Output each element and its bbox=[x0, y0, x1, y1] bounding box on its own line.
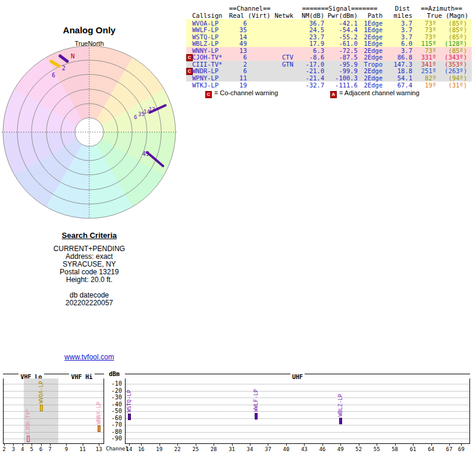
col-header-miles: miles bbox=[385, 12, 415, 20]
channel-tick bbox=[214, 444, 214, 446]
col-header-netwk: Netwk bbox=[270, 12, 295, 20]
table-row: C WNDR-LP 6 -21.0 -99.9 2Edge 18.8 251º … bbox=[186, 67, 472, 74]
gridline bbox=[126, 411, 469, 412]
table-row: WNNY-LP 13 6.3 -72.5 2Edge 3.7 73º (85º) bbox=[186, 47, 472, 54]
col-header-callsign: Callsign bbox=[192, 12, 229, 20]
channel-real: 6 bbox=[229, 54, 248, 61]
channel-tick-label: 37 bbox=[263, 446, 273, 452]
network: GTN bbox=[270, 61, 295, 68]
channel-tick bbox=[13, 444, 14, 446]
channel-tick bbox=[129, 444, 130, 446]
dbm-tick-label: -90 bbox=[104, 435, 122, 442]
station-callsign-label: CJOH-TV* bbox=[25, 409, 31, 434]
group-header-channel: ==Channel== bbox=[229, 5, 270, 12]
gridline bbox=[126, 425, 469, 425]
channel-tick-label: 5 bbox=[27, 446, 36, 452]
dbm-tick-label: -10 bbox=[104, 380, 122, 387]
legend-adjacent-channel: A= Adjacent channel warning bbox=[330, 89, 419, 98]
channel-tick-label: 31 bbox=[227, 446, 237, 452]
gridline bbox=[4, 384, 104, 384]
signal-spectrum-chart: VHF Lo VHF Hi dBm UHF Channel -10-20-30-… bbox=[0, 370, 476, 457]
channel-tick bbox=[83, 444, 83, 446]
warning-legend: C= Co-channel warning A= Adjacent channe… bbox=[186, 89, 472, 98]
channel-tick-label: 61 bbox=[408, 446, 418, 452]
signal-path: 2Edge bbox=[359, 82, 385, 89]
cluster-label-ch6: 6 bbox=[134, 114, 137, 120]
channel-tick-label: 3 bbox=[8, 446, 18, 452]
station-callsign-label: WVOA-LP bbox=[38, 381, 44, 403]
channel-tick-label: 55 bbox=[372, 446, 381, 452]
spectrum-marker-layer: -10-20-30-40-50-60-70-80-902345679111314… bbox=[0, 370, 476, 457]
group-header-azimuth: ==Azimuth== bbox=[415, 5, 468, 12]
search-criteria: Search Criteria CURRENT+PENDING Address:… bbox=[0, 231, 178, 307]
distance-miles: 67.4 bbox=[385, 82, 415, 89]
channel-tick-label: 9 bbox=[61, 446, 71, 452]
channel-tick bbox=[461, 444, 462, 446]
group-header-dist: Dist bbox=[385, 5, 415, 12]
channel-tick bbox=[159, 444, 160, 446]
channel-tick bbox=[431, 444, 432, 446]
channel-real: 6 bbox=[229, 68, 248, 75]
gridline bbox=[126, 384, 469, 384]
signal-path: 2Edge bbox=[359, 68, 385, 75]
criteria-line: 202202220057 bbox=[0, 299, 178, 307]
adjacent-channel-badge: A bbox=[330, 91, 337, 98]
search-criteria-heading: Search Criteria bbox=[0, 231, 178, 240]
channel-tick-label: 34 bbox=[245, 446, 255, 452]
azimuth-polar-plot: N 2 6 6 35 14 13 49 bbox=[0, 0, 178, 230]
table-row: CIII-TV* 2 GTN -17.0 -95.9 Tropo 147.3 3… bbox=[186, 61, 472, 68]
channel-tick-label: 69 bbox=[456, 446, 466, 452]
station-bar-CJOH-TV bbox=[27, 436, 30, 442]
co-channel-badge: C bbox=[205, 91, 212, 98]
tvfool-link[interactable]: www.tvfool.com bbox=[64, 353, 114, 361]
dbm-tick-label: -60 bbox=[104, 415, 122, 421]
azimuth-true: 331º bbox=[415, 54, 437, 61]
table-row: WTKJ-LP 19 -32.7 -111.6 2Edge 67.4 19º (… bbox=[186, 82, 472, 89]
col-header-true-magn: True (Magn) bbox=[415, 12, 468, 20]
station-vector-southeast bbox=[147, 152, 163, 166]
azimuth-true: 251º bbox=[415, 68, 437, 75]
station-callsign-label: WNNY-LP bbox=[96, 402, 102, 424]
col-header-path: Path bbox=[359, 12, 385, 20]
table-row: WWLF-LP 35 24.5 -54.4 1Edge 3.7 73º (85º… bbox=[186, 26, 472, 33]
col-header-real-virt: Real (Virt) bbox=[229, 12, 270, 20]
channel-tick bbox=[304, 444, 305, 446]
channel-tick bbox=[286, 444, 287, 446]
signal-path: 2Edge bbox=[359, 54, 385, 61]
channel-tick-label: 2 bbox=[0, 446, 9, 452]
gridline bbox=[4, 391, 104, 392]
station-bar-WWLF-LP bbox=[255, 413, 258, 420]
legend-co-channel-text: = Co-channel warning bbox=[214, 89, 278, 96]
distance-miles: 86.8 bbox=[385, 54, 415, 61]
table-group-header-row: ==Channel== =======Signal======= Dist ==… bbox=[186, 5, 472, 12]
distance-miles: 18.8 bbox=[385, 68, 415, 75]
group-header-signal: =======Signal======= bbox=[295, 5, 385, 12]
channel-tick-label: 40 bbox=[281, 446, 291, 452]
channel-tick bbox=[41, 444, 42, 446]
channel-tick bbox=[268, 444, 268, 446]
channel-tick bbox=[359, 444, 359, 446]
dbm-tick-label: -40 bbox=[104, 401, 122, 408]
station-bar-WSTQ-LP bbox=[128, 414, 131, 420]
station-bar-WBLZ-LP bbox=[339, 418, 342, 424]
noise-margin-db: -32.7 bbox=[295, 82, 325, 89]
table-row: WSTQ-LP 14 23.7 -55.2 2Edge 3.7 73º (85º… bbox=[186, 33, 472, 40]
table-row: WPNY-LP 11 -21.4 -100.3 2Edge 54.1 82º (… bbox=[186, 74, 472, 82]
channel-tick-label: 4 bbox=[18, 446, 27, 452]
power-dbm: -111.6 bbox=[325, 82, 359, 89]
search-criteria-lines: CURRENT+PENDING Address: exact SYRACUSE,… bbox=[0, 245, 178, 307]
channel-tick-label: 13 bbox=[94, 446, 104, 452]
station-callsign-label: WWLF-LP bbox=[253, 389, 259, 412]
channel-tick bbox=[141, 444, 142, 446]
table-row: WVOA-LP 6 36.7 -42.1 1Edge 3.7 73º (85º) bbox=[186, 19, 472, 26]
channel-tick bbox=[232, 444, 233, 446]
channel-tick bbox=[23, 444, 23, 446]
noise-margin-db: -8.6 bbox=[295, 54, 325, 61]
polar-plot-section: Analog Only TrueNorth N 2 6 6 35 14 13 4… bbox=[0, 0, 178, 230]
channel-tick-label: 49 bbox=[336, 446, 345, 452]
callsign: CJOH-TV* bbox=[192, 54, 229, 61]
marker-label-ch6: 6 bbox=[52, 72, 55, 79]
channel-tick-label: 52 bbox=[354, 446, 364, 452]
dbm-tick-label: -80 bbox=[104, 428, 122, 435]
station-bar-WNNY-LP bbox=[98, 425, 101, 432]
